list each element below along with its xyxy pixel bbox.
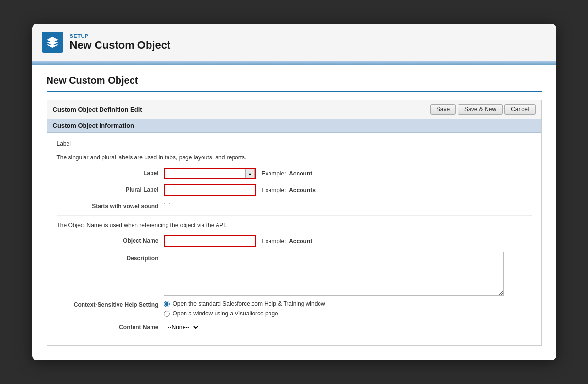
content-name-row: Content Name --None-- bbox=[57, 322, 532, 332]
label-row: Label ▲ Example: Account bbox=[57, 168, 532, 179]
header-title: New Custom Object bbox=[70, 39, 171, 52]
context-help-row: Context-Sensitive Help Setting Open the … bbox=[57, 300, 532, 317]
description-row: Description bbox=[57, 252, 532, 296]
plural-label-field-label: Plural Label bbox=[57, 184, 164, 193]
radio-row-2: Open a window using a Visualforce page bbox=[164, 310, 325, 317]
plural-label-field-container: Example: Accounts bbox=[164, 184, 532, 196]
cancel-button[interactable]: Cancel bbox=[504, 104, 535, 115]
setup-label: SETUP bbox=[70, 33, 171, 39]
layers-icon bbox=[46, 36, 59, 49]
radio-row-1: Open the standard Salesforce.com Help & … bbox=[164, 300, 325, 307]
button-group: Save Save & New Cancel bbox=[430, 104, 536, 115]
label-input[interactable] bbox=[164, 168, 256, 179]
plural-example-prefix: Example: bbox=[262, 187, 287, 193]
object-name-example-prefix: Example: bbox=[262, 238, 287, 244]
page-content: New Custom Object Custom Object Definiti… bbox=[32, 65, 556, 360]
plural-label-input[interactable] bbox=[164, 184, 256, 196]
vowel-checkbox[interactable] bbox=[164, 203, 170, 209]
object-name-input[interactable] bbox=[164, 235, 256, 247]
label-example: Example: Account bbox=[262, 170, 313, 177]
main-window: SETUP New Custom Object New Custom Objec… bbox=[32, 24, 556, 360]
save-button[interactable]: Save bbox=[430, 104, 456, 115]
vowel-row: Starts with vowel sound bbox=[57, 201, 532, 209]
decorative-stripe bbox=[32, 61, 556, 65]
label-field-label: Label bbox=[57, 168, 164, 176]
form-body: Label // We'll inline the info text diff… bbox=[47, 133, 541, 345]
label-lookup-button[interactable]: ▲ bbox=[245, 169, 255, 178]
subsection-header: Custom Object Information bbox=[47, 119, 541, 133]
header-text: SETUP New Custom Object bbox=[70, 33, 171, 52]
radio-visualforce-help-label: Open a window using a Visualforce page bbox=[173, 310, 278, 317]
radio-standard-help[interactable] bbox=[164, 301, 170, 307]
context-help-label: Context-Sensitive Help Setting bbox=[57, 300, 164, 308]
header: SETUP New Custom Object bbox=[32, 24, 556, 61]
description-field-container bbox=[164, 252, 532, 296]
radio-visualforce-help[interactable] bbox=[164, 311, 170, 317]
object-name-row: Object Name Example: Account bbox=[57, 235, 532, 247]
description-textarea[interactable] bbox=[164, 252, 504, 296]
vowel-label: Starts with vowel sound bbox=[57, 201, 164, 209]
object-name-field-container: Example: Account bbox=[164, 235, 532, 247]
form-section-header: Custom Object Definition Edit Save Save … bbox=[47, 100, 541, 119]
page-title: New Custom Object bbox=[47, 75, 542, 92]
object-name-example-value: Account bbox=[289, 238, 312, 244]
context-help-field-container: Open the standard Salesforce.com Help & … bbox=[164, 300, 532, 317]
label-field-container: ▲ Example: Account bbox=[164, 168, 532, 179]
subsection-title: Custom Object Information bbox=[53, 122, 134, 129]
form-section-title: Custom Object Definition Edit bbox=[53, 106, 142, 113]
description-label: Description bbox=[57, 252, 164, 262]
label-example-prefix: Example: bbox=[262, 170, 287, 177]
vowel-field-container bbox=[164, 201, 532, 209]
plural-label-row: Plural Label Example: Accounts bbox=[57, 184, 532, 196]
context-help-radio-group: Open the standard Salesforce.com Help & … bbox=[164, 300, 325, 317]
radio-standard-help-label: Open the standard Salesforce.com Help & … bbox=[173, 300, 325, 307]
object-name-label: Object Name bbox=[57, 235, 164, 244]
content-name-label: Content Name bbox=[57, 322, 164, 331]
app-icon bbox=[42, 32, 63, 53]
plural-label-example: Example: Accounts bbox=[262, 187, 316, 193]
content-name-field-container: --None-- bbox=[164, 322, 532, 332]
labels-info-text: The singular and plural labels are used … bbox=[57, 154, 532, 161]
object-name-example: Example: Account bbox=[262, 238, 313, 244]
info-text-1: Label bbox=[57, 140, 532, 147]
api-info-text: The Object Name is used when referencing… bbox=[57, 222, 532, 228]
plural-example-value: Accounts bbox=[289, 187, 316, 193]
form-section: Custom Object Definition Edit Save Save … bbox=[47, 100, 542, 346]
label-example-value: Account bbox=[289, 170, 312, 177]
save-new-button[interactable]: Save & New bbox=[458, 104, 503, 115]
label-input-wrapper: ▲ bbox=[164, 168, 256, 179]
content-name-select[interactable]: --None-- bbox=[164, 322, 200, 332]
separator-1 bbox=[57, 215, 532, 216]
